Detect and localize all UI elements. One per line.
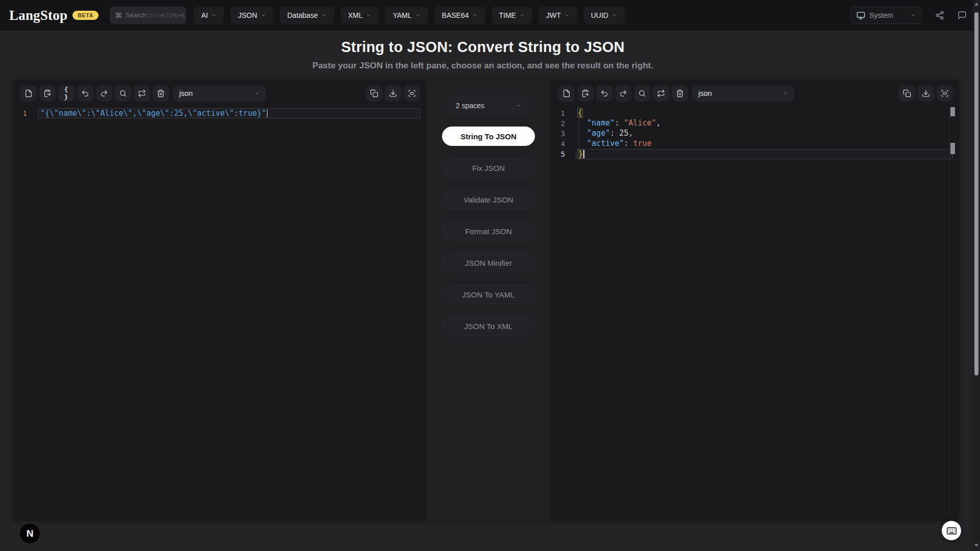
chevron-down-icon — [261, 13, 266, 18]
scrollbar-thumb[interactable] — [974, 12, 978, 375]
keyboard-icon — [946, 525, 957, 536]
paste-button[interactable] — [577, 85, 594, 102]
line-number: 1 — [12, 109, 38, 117]
code-line-content: "{\"name\":\"Alice\",\"age\":25,\"active… — [38, 108, 420, 118]
fullscreen-button[interactable] — [404, 85, 420, 102]
indent-select[interactable]: 2 spaces — [449, 97, 528, 114]
fix-json-button[interactable]: Fix JSON — [442, 158, 535, 178]
output-toolbar: json — [550, 80, 960, 102]
nav-item-label: BASE64 — [442, 11, 469, 19]
fullscreen-icon — [941, 89, 949, 97]
code-line[interactable]: 1{ — [550, 108, 960, 118]
nav-item-uuid[interactable]: UUID — [583, 7, 625, 24]
chevron-down-icon — [322, 13, 327, 18]
line-number: 5 — [550, 150, 576, 158]
nav-item-label: AI — [201, 11, 208, 19]
redo-button[interactable] — [615, 85, 631, 102]
paste-icon — [581, 89, 590, 97]
search-button[interactable] — [115, 85, 131, 102]
nav-item-json[interactable]: JSON — [230, 7, 273, 24]
app-logo[interactable]: LangStop — [9, 8, 67, 23]
braces-button[interactable]: { } — [58, 85, 75, 102]
scroll-up-arrow[interactable] — [974, 3, 978, 6]
nav-item-time[interactable]: TIME — [492, 7, 532, 24]
chevron-down-icon — [565, 13, 570, 18]
header: LangStop BETA ⌘ Search Ctrl+K/CMD+K AIJS… — [0, 0, 980, 31]
download-button[interactable] — [385, 85, 401, 102]
copy-icon — [903, 89, 911, 97]
search-icon — [119, 89, 127, 97]
language-select[interactable]: json — [173, 85, 266, 102]
string-to-json-button[interactable]: String To JSON — [442, 127, 535, 146]
keyboard-shortcuts-button[interactable] — [942, 521, 961, 540]
validate-json-button[interactable]: Validate JSON — [442, 190, 535, 209]
download-button[interactable] — [918, 85, 934, 102]
theme-selector[interactable]: System — [850, 7, 922, 24]
input-code-editor[interactable]: 1"{\"name\":\"Alice\",\"age\":25,\"activ… — [12, 105, 427, 118]
nav-item-base64[interactable]: BASE64 — [434, 7, 485, 24]
output-code-editor[interactable]: 1{2 "name": "Alice",3 "age": 25,4 "activ… — [550, 105, 960, 159]
swap-button[interactable] — [134, 85, 150, 102]
editor-scrollbar-marker[interactable] — [950, 107, 955, 116]
scroll-down-arrow[interactable] — [974, 544, 978, 547]
fullscreen-button[interactable] — [937, 85, 953, 102]
search-input[interactable]: ⌘ Search Ctrl+K/CMD+K — [110, 7, 186, 24]
chat-icon[interactable] — [958, 11, 967, 20]
page-scrollbar[interactable] — [973, 0, 980, 551]
nav-item-jwt[interactable]: JWT — [538, 7, 577, 24]
chevron-down-icon — [211, 13, 216, 18]
code-line[interactable]: 3 "age": 25, — [550, 129, 960, 139]
nextjs-dev-badge[interactable]: N — [19, 523, 40, 544]
chevron-down-icon — [911, 13, 916, 18]
search-button[interactable] — [634, 85, 650, 102]
line-number: 4 — [550, 140, 576, 148]
input-editor-pane: { } json 1"{\"name\":\"Alice\",\"age\":2… — [12, 80, 427, 521]
trash-icon — [157, 89, 165, 97]
new-file-button[interactable] — [558, 85, 575, 102]
share-icon[interactable] — [935, 11, 944, 20]
redo-icon — [619, 89, 627, 97]
editor-scrollbar-track — [949, 106, 950, 517]
editor-scrollbar-marker[interactable] — [950, 143, 955, 154]
swap-button[interactable] — [653, 85, 669, 102]
new-file-button[interactable] — [20, 85, 37, 102]
search-icon — [638, 89, 646, 97]
chevron-down-icon — [366, 13, 371, 18]
code-line[interactable]: 1"{\"name\":\"Alice\",\"age\":25,\"activ… — [12, 108, 427, 118]
code-line[interactable]: 5} — [550, 149, 960, 159]
trash-button[interactable] — [153, 85, 169, 102]
nav-item-xml[interactable]: XML — [340, 7, 379, 24]
undo-button[interactable] — [77, 85, 93, 102]
json-minifier-button[interactable]: JSON Minifier — [442, 253, 535, 272]
trash-button[interactable] — [672, 85, 688, 102]
code-line-content: { — [576, 108, 953, 118]
chevron-down-icon — [783, 91, 788, 96]
code-line[interactable]: 2 "name": "Alice", — [550, 118, 960, 129]
redo-button[interactable] — [96, 85, 112, 102]
paste-button[interactable] — [39, 85, 56, 102]
copy-button[interactable] — [899, 85, 915, 102]
fullscreen-icon — [408, 89, 416, 97]
code-line[interactable]: 4 "active": true — [550, 139, 960, 149]
nav-item-ai[interactable]: AI — [193, 7, 224, 24]
format-json-button[interactable]: Format JSON — [442, 221, 535, 241]
language-label: json — [179, 89, 193, 97]
indent-label: 2 spaces — [456, 102, 484, 110]
header-right: System — [850, 7, 967, 24]
json-to-yaml-button[interactable]: JSON To YAML — [442, 285, 535, 304]
chevron-down-icon — [415, 13, 421, 18]
copy-button[interactable] — [366, 85, 382, 102]
json-to-xml-button[interactable]: JSON To XML — [442, 316, 535, 336]
nav-item-label: YAML — [393, 11, 411, 19]
swap-icon — [657, 89, 665, 97]
nav-item-label: XML — [348, 11, 363, 19]
input-toolbar: { } json — [12, 80, 427, 102]
chevron-down-icon — [473, 13, 478, 18]
nav-item-yaml[interactable]: YAML — [385, 7, 428, 24]
undo-button[interactable] — [596, 85, 612, 102]
nav-item-label: JWT — [546, 11, 561, 19]
language-select[interactable]: json — [692, 85, 794, 102]
search-shortcut: Ctrl+K/CMD+K — [146, 12, 185, 18]
paste-icon — [43, 89, 52, 97]
nav-item-database[interactable]: Database — [280, 7, 334, 24]
